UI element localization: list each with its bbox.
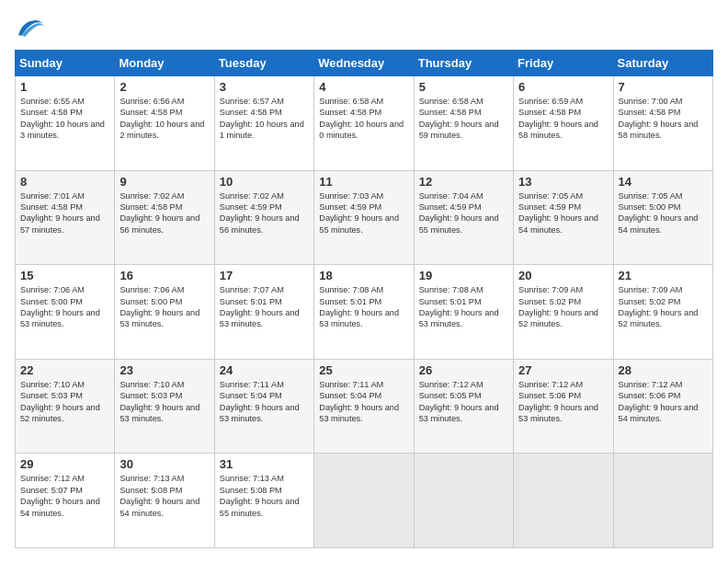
cell-info: Sunrise: 6:58 AMSunset: 4:58 PMDaylight:…	[419, 96, 508, 142]
day-number: 5	[419, 80, 508, 94]
calendar-cell: 6Sunrise: 6:59 AMSunset: 4:58 PMDaylight…	[514, 76, 613, 171]
calendar-cell: 7Sunrise: 7:00 AMSunset: 4:58 PMDaylight…	[613, 76, 712, 171]
day-number: 13	[518, 175, 608, 189]
day-number: 3	[220, 80, 309, 94]
calendar-day-header: Saturday	[613, 51, 712, 76]
day-number: 28	[619, 363, 708, 377]
cell-info: Sunrise: 7:13 AMSunset: 5:08 PMDaylight:…	[119, 473, 209, 519]
calendar-day-header: Wednesday	[314, 51, 414, 76]
calendar-cell: 2Sunrise: 6:56 AMSunset: 4:58 PMDaylight…	[115, 76, 214, 171]
cell-info: Sunrise: 7:10 AMSunset: 5:03 PMDaylight:…	[20, 379, 109, 425]
calendar-cell: 4Sunrise: 6:58 AMSunset: 4:58 PMDaylight…	[314, 76, 414, 171]
cell-info: Sunrise: 7:12 AMSunset: 5:05 PMDaylight:…	[419, 379, 508, 425]
day-number: 14	[619, 175, 708, 189]
cell-info: Sunrise: 7:08 AMSunset: 5:01 PMDaylight:…	[319, 284, 408, 330]
calendar-cell: 16Sunrise: 7:06 AMSunset: 5:00 PMDayligh…	[115, 265, 214, 360]
day-number: 31	[220, 457, 309, 471]
cell-info: Sunrise: 7:12 AMSunset: 5:07 PMDaylight:…	[20, 473, 109, 519]
calendar-week-row: 29Sunrise: 7:12 AMSunset: 5:07 PMDayligh…	[16, 454, 713, 548]
cell-info: Sunrise: 7:11 AMSunset: 5:04 PMDaylight:…	[319, 379, 408, 425]
day-number: 24	[220, 363, 309, 377]
calendar-header-row: SundayMondayTuesdayWednesdayThursdayFrid…	[16, 51, 713, 76]
cell-info: Sunrise: 7:07 AMSunset: 5:01 PMDaylight:…	[220, 284, 309, 330]
cell-info: Sunrise: 7:00 AMSunset: 4:58 PMDaylight:…	[619, 96, 708, 142]
day-number: 12	[419, 175, 508, 189]
cell-info: Sunrise: 7:02 AMSunset: 4:58 PMDaylight:…	[119, 190, 209, 236]
day-number: 30	[119, 457, 209, 471]
cell-info: Sunrise: 7:08 AMSunset: 5:01 PMDaylight:…	[419, 284, 508, 330]
calendar-cell: 26Sunrise: 7:12 AMSunset: 5:05 PMDayligh…	[414, 359, 513, 454]
cell-info: Sunrise: 7:02 AMSunset: 4:59 PMDaylight:…	[220, 190, 309, 236]
cell-info: Sunrise: 7:05 AMSunset: 4:59 PMDaylight:…	[518, 190, 608, 236]
cell-info: Sunrise: 7:04 AMSunset: 4:59 PMDaylight:…	[419, 190, 508, 236]
day-number: 29	[20, 457, 109, 471]
cell-info: Sunrise: 6:59 AMSunset: 4:58 PMDaylight:…	[518, 96, 608, 142]
cell-info: Sunrise: 7:01 AMSunset: 4:58 PMDaylight:…	[20, 190, 109, 236]
calendar-cell: 29Sunrise: 7:12 AMSunset: 5:07 PMDayligh…	[16, 454, 115, 548]
calendar-cell: 9Sunrise: 7:02 AMSunset: 4:58 PMDaylight…	[115, 170, 214, 265]
cell-info: Sunrise: 6:56 AMSunset: 4:58 PMDaylight:…	[119, 96, 209, 142]
day-number: 15	[20, 269, 109, 282]
calendar-cell: 30Sunrise: 7:13 AMSunset: 5:08 PMDayligh…	[115, 454, 214, 548]
day-number: 27	[518, 363, 608, 377]
calendar-cell: 13Sunrise: 7:05 AMSunset: 4:59 PMDayligh…	[514, 170, 613, 265]
day-number: 18	[319, 269, 408, 282]
logo	[15, 15, 48, 40]
cell-info: Sunrise: 7:10 AMSunset: 5:03 PMDaylight:…	[119, 379, 209, 425]
day-number: 16	[119, 269, 209, 282]
cell-info: Sunrise: 6:55 AMSunset: 4:58 PMDaylight:…	[20, 96, 109, 142]
day-number: 25	[319, 363, 408, 377]
calendar-day-header: Monday	[115, 51, 214, 76]
cell-info: Sunrise: 7:05 AMSunset: 5:00 PMDaylight:…	[619, 190, 708, 236]
calendar-cell	[613, 454, 712, 548]
calendar-cell: 5Sunrise: 6:58 AMSunset: 4:58 PMDaylight…	[414, 76, 513, 171]
day-number: 22	[20, 363, 109, 377]
calendar-cell: 22Sunrise: 7:10 AMSunset: 5:03 PMDayligh…	[16, 359, 115, 454]
day-number: 7	[619, 80, 708, 94]
calendar-cell: 8Sunrise: 7:01 AMSunset: 4:58 PMDaylight…	[16, 170, 115, 265]
calendar-table: SundayMondayTuesdayWednesdayThursdayFrid…	[15, 50, 713, 548]
calendar-day-header: Sunday	[16, 51, 115, 76]
header	[15, 15, 713, 40]
calendar-week-row: 8Sunrise: 7:01 AMSunset: 4:58 PMDaylight…	[16, 170, 713, 265]
cell-info: Sunrise: 6:57 AMSunset: 4:58 PMDaylight:…	[220, 96, 309, 142]
calendar-cell: 17Sunrise: 7:07 AMSunset: 5:01 PMDayligh…	[214, 265, 313, 360]
logo-bird-icon	[15, 15, 44, 40]
calendar-cell: 23Sunrise: 7:10 AMSunset: 5:03 PMDayligh…	[115, 359, 214, 454]
cell-info: Sunrise: 7:11 AMSunset: 5:04 PMDaylight:…	[220, 379, 309, 425]
calendar-cell: 1Sunrise: 6:55 AMSunset: 4:58 PMDaylight…	[16, 76, 115, 171]
cell-info: Sunrise: 7:09 AMSunset: 5:02 PMDaylight:…	[619, 284, 708, 330]
calendar-cell: 19Sunrise: 7:08 AMSunset: 5:01 PMDayligh…	[414, 265, 513, 360]
day-number: 21	[619, 269, 708, 282]
calendar-day-header: Tuesday	[214, 51, 313, 76]
day-number: 26	[419, 363, 508, 377]
calendar-cell	[414, 454, 513, 548]
page: SundayMondayTuesdayWednesdayThursdayFrid…	[0, 0, 728, 563]
calendar-week-row: 15Sunrise: 7:06 AMSunset: 5:00 PMDayligh…	[16, 265, 713, 360]
calendar-week-row: 22Sunrise: 7:10 AMSunset: 5:03 PMDayligh…	[16, 359, 713, 454]
cell-info: Sunrise: 6:58 AMSunset: 4:58 PMDaylight:…	[319, 96, 408, 142]
day-number: 4	[319, 80, 408, 94]
calendar-cell: 10Sunrise: 7:02 AMSunset: 4:59 PMDayligh…	[214, 170, 313, 265]
cell-info: Sunrise: 7:06 AMSunset: 5:00 PMDaylight:…	[119, 284, 209, 330]
day-number: 9	[119, 175, 209, 189]
calendar-cell: 31Sunrise: 7:13 AMSunset: 5:08 PMDayligh…	[214, 454, 313, 548]
cell-info: Sunrise: 7:03 AMSunset: 4:59 PMDaylight:…	[319, 190, 408, 236]
calendar-cell: 12Sunrise: 7:04 AMSunset: 4:59 PMDayligh…	[414, 170, 513, 265]
calendar-cell: 3Sunrise: 6:57 AMSunset: 4:58 PMDaylight…	[214, 76, 313, 171]
calendar-cell: 28Sunrise: 7:12 AMSunset: 5:06 PMDayligh…	[613, 359, 712, 454]
day-number: 20	[518, 269, 608, 282]
cell-info: Sunrise: 7:09 AMSunset: 5:02 PMDaylight:…	[518, 284, 608, 330]
calendar-cell: 18Sunrise: 7:08 AMSunset: 5:01 PMDayligh…	[314, 265, 414, 360]
calendar-cell: 15Sunrise: 7:06 AMSunset: 5:00 PMDayligh…	[16, 265, 115, 360]
calendar-cell: 14Sunrise: 7:05 AMSunset: 5:00 PMDayligh…	[613, 170, 712, 265]
day-number: 23	[119, 363, 209, 377]
calendar-day-header: Friday	[514, 51, 613, 76]
day-number: 19	[419, 269, 508, 282]
calendar-day-header: Thursday	[414, 51, 513, 76]
cell-info: Sunrise: 7:13 AMSunset: 5:08 PMDaylight:…	[220, 473, 309, 519]
calendar-cell	[314, 454, 414, 548]
calendar-cell: 25Sunrise: 7:11 AMSunset: 5:04 PMDayligh…	[314, 359, 414, 454]
calendar-week-row: 1Sunrise: 6:55 AMSunset: 4:58 PMDaylight…	[16, 76, 713, 171]
calendar-cell: 27Sunrise: 7:12 AMSunset: 5:06 PMDayligh…	[514, 359, 613, 454]
